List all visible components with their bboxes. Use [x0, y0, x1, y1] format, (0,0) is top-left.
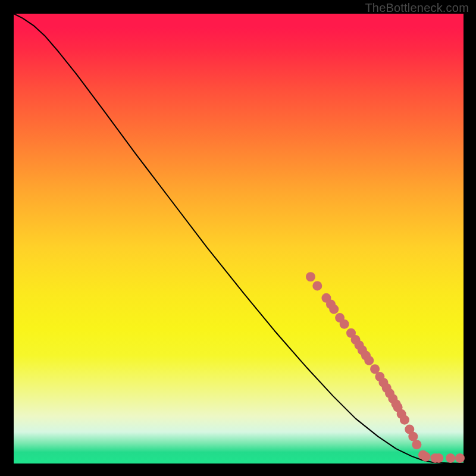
chart-stage: TheBottleneck.com [0, 0, 476, 476]
watermark-text: TheBottleneck.com [365, 1, 469, 15]
plot-gradient-background [14, 14, 464, 464]
